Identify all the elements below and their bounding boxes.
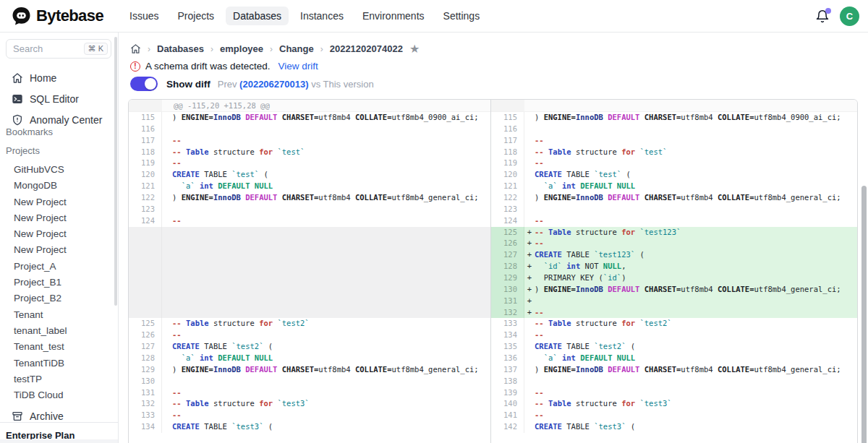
sidebar-project-item[interactable]: New Project xyxy=(0,210,118,226)
sidebar-project-item[interactable]: Project_B2 xyxy=(0,291,118,306)
sidebar: Search ⌘ K HomeSQL EditorAnomaly Center … xyxy=(0,33,119,443)
hunk-header-right xyxy=(491,100,857,112)
hunk-header: @@ -115,20 +115,28 @@ xyxy=(129,100,490,112)
hunk-gutter xyxy=(129,100,162,111)
diff-row: 121 `a` int DEFAULT NULL xyxy=(491,181,857,192)
search-input[interactable]: Search ⌘ K xyxy=(6,39,111,59)
star-icon[interactable]: ★ xyxy=(409,44,420,54)
diff-row-spacer xyxy=(129,307,490,319)
toggle-knob xyxy=(145,78,156,90)
sidebar-scrollbar[interactable] xyxy=(114,37,117,306)
sidebar-project-item[interactable]: Project_A xyxy=(0,259,118,275)
diff-row: 135CREATE TABLE `test2` ( xyxy=(491,341,857,353)
nav-item-instances[interactable]: Instances xyxy=(293,7,351,25)
user-avatar[interactable]: C xyxy=(840,7,859,26)
sidebar-item-label: Archive xyxy=(30,410,64,422)
page-vscrollbar[interactable] xyxy=(861,186,867,443)
breadcrumb-separator: › xyxy=(148,44,150,54)
sidebar-project-item[interactable]: GitHubVCS xyxy=(0,162,118,178)
breadcrumb: › Databases › employee › Change › 202212… xyxy=(130,43,420,54)
diff-row-added: 128+ `id` int NOT NULL, xyxy=(491,261,857,272)
sidebar-item-sql-editor[interactable]: SQL Editor xyxy=(0,88,118,109)
sidebar-project-list: GitHubVCSMongoDBNew ProjectNew ProjectNe… xyxy=(0,162,118,403)
breadcrumb-item-change[interactable]: Change xyxy=(279,43,314,54)
sidebar-project-item[interactable]: testTP xyxy=(0,371,118,387)
top-navbar: Bytebase IssuesProjectsDatabasesInstance… xyxy=(0,0,868,33)
sidebar-project-item[interactable]: TenantTiDB xyxy=(0,356,118,371)
search-placeholder: Search xyxy=(13,43,84,54)
sidebar-item-label: Home xyxy=(30,72,56,84)
notifications-bell-icon[interactable] xyxy=(815,9,830,24)
sidebar-project-item[interactable]: TiDB Cloud xyxy=(0,387,118,403)
diff-row: 131-- xyxy=(129,387,490,399)
diff-row: 117-- xyxy=(491,135,857,147)
diff-row: 125-- Table structure for `test2` xyxy=(129,318,490,330)
sidebar-item-label: SQL Editor xyxy=(30,93,79,105)
diff-row: 115) ENGINE=InnoDB DEFAULT CHARSET=utf8m… xyxy=(491,112,857,124)
prev-version-link[interactable]: (202206270013) xyxy=(239,79,308,90)
view-drift-link[interactable]: View drift xyxy=(278,61,318,72)
diff-row: 133-- xyxy=(129,410,490,421)
diff-row-added: 129+ PRIMARY KEY (`id`) xyxy=(491,272,857,284)
diff-row: 140-- Table structure for `test3` xyxy=(491,398,857,410)
show-diff-toggle[interactable] xyxy=(130,77,158,91)
diff-row-spacer xyxy=(129,261,490,272)
sidebar-section-projects: Projects xyxy=(6,145,40,156)
search-shortcut-badge: ⌘ K xyxy=(84,43,108,55)
main-content: › Databases › employee › Change › 202212… xyxy=(119,33,868,443)
sidebar-project-item[interactable]: Project_B1 xyxy=(0,275,118,291)
schema-diff-viewer: @@ -115,20 +115,28 @@ 115) ENGINE=InnoDB… xyxy=(128,99,858,443)
breadcrumb-item-version: 20221202074022 xyxy=(330,43,403,54)
breadcrumb-item-employee[interactable]: employee xyxy=(220,43,263,54)
diff-row: 116 xyxy=(129,124,490,135)
nav-item-settings[interactable]: Settings xyxy=(436,7,488,25)
bytebase-logo[interactable]: Bytebase xyxy=(12,7,103,26)
sidebar-item-home[interactable]: Home xyxy=(0,67,118,88)
vs-label: vs This version xyxy=(311,79,373,90)
sidebar-project-item[interactable]: MongoDB xyxy=(0,178,118,194)
sidebar-item-label: Anomaly Center xyxy=(30,114,102,126)
diff-toggle-row: Show diff Prev (202206270013) vs This ve… xyxy=(130,77,374,91)
diff-row: 128 `a` int DEFAULT NULL xyxy=(129,353,490,364)
diff-row: 123 xyxy=(129,204,490,215)
sidebar-nav: HomeSQL EditorAnomaly Center xyxy=(0,67,118,130)
breadcrumb-separator: › xyxy=(270,44,273,54)
hunk-gutter xyxy=(491,100,524,111)
nav-item-databases[interactable]: Databases xyxy=(226,7,289,25)
alert-icon: ! xyxy=(130,61,140,72)
diff-row: 127CREATE TABLE `test2` ( xyxy=(129,341,490,353)
diff-row: 117-- xyxy=(129,135,490,147)
sidebar-project-item[interactable]: New Project xyxy=(0,242,118,258)
plan-strip xyxy=(0,439,118,443)
diff-row: 119-- xyxy=(491,158,857,169)
sidebar-project-item[interactable]: Tenant_test xyxy=(0,339,118,355)
sidebar-project-item[interactable]: Tenant xyxy=(0,307,118,323)
schema-drift-alert: ! A schema drift was detected. View drif… xyxy=(130,61,318,72)
diff-panel-current: 115) ENGINE=InnoDB DEFAULT CHARSET=utf8m… xyxy=(490,100,857,443)
sidebar-project-item[interactable]: New Project xyxy=(0,194,118,210)
diff-row: 124-- xyxy=(491,215,857,227)
diff-row-added: 131+ xyxy=(491,296,857,307)
breadcrumb-home-icon[interactable] xyxy=(130,43,141,54)
diff-rows-right: 115) ENGINE=InnoDB DEFAULT CHARSET=utf8m… xyxy=(491,112,857,433)
breadcrumb-separator: › xyxy=(320,44,323,54)
diff-row: 129) ENGINE=InnoDB DEFAULT CHARSET=utf8m… xyxy=(129,364,490,376)
prev-label: Prev xyxy=(218,79,237,90)
nav-item-environments[interactable]: Environments xyxy=(355,7,432,25)
sidebar-project-item[interactable]: New Project xyxy=(0,226,118,242)
app-window: Bytebase IssuesProjectsDatabasesInstance… xyxy=(0,0,868,443)
home-icon xyxy=(12,72,23,84)
diff-row: 124-- xyxy=(129,215,490,227)
breadcrumb-item-databases[interactable]: Databases xyxy=(157,43,204,54)
nav-item-issues[interactable]: Issues xyxy=(122,7,166,25)
diff-rows-left: 115) ENGINE=InnoDB DEFAULT CHARSET=utf8m… xyxy=(129,112,490,433)
diff-row: 134-- xyxy=(491,330,857,341)
nav-item-projects[interactable]: Projects xyxy=(171,7,222,25)
sidebar-project-item[interactable]: tenant_label xyxy=(0,323,118,339)
diff-row: 116 xyxy=(491,124,857,135)
diff-row: 115) ENGINE=InnoDB DEFAULT CHARSET=utf8m… xyxy=(129,112,490,124)
diff-row-spacer xyxy=(129,238,490,249)
diff-row-added: 127+CREATE TABLE `test123` ( xyxy=(491,249,857,261)
topbar-right: C xyxy=(815,0,859,33)
diff-row: 142CREATE TABLE `test3` ( xyxy=(491,421,857,433)
